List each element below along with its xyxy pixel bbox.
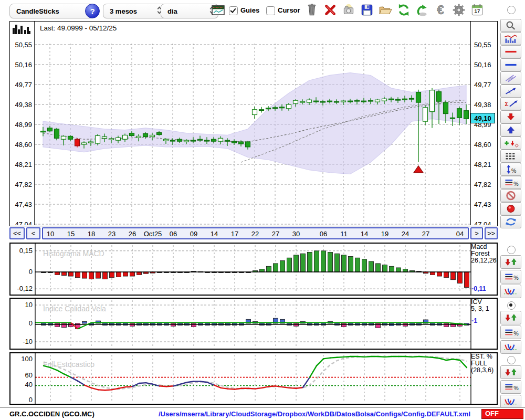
svg-text:100: 100: [21, 355, 33, 363]
status-bar: GR.C.OCCIDEN (GCO.MC) /Users/mserra/Libr…: [0, 407, 525, 420]
red-hline-tool-icon: [502, 47, 519, 57]
record-tool-button[interactable]: [500, 202, 521, 215]
period-select[interactable]: 3 mesos: [103, 4, 166, 18]
interval-select[interactable]: dia: [161, 4, 218, 18]
guies-label: Guies: [240, 6, 259, 14]
svg-text:50,16: 50,16: [15, 61, 32, 69]
settings-gear-icon[interactable]: [452, 3, 466, 17]
updown-icon: [502, 367, 519, 377]
svg-text:10: 10: [25, 301, 33, 309]
curves-icon: [502, 396, 519, 407]
nav-last-button[interactable]: >>: [485, 227, 498, 239]
icv-panel-radio[interactable]: [507, 301, 516, 310]
date-tick-label: 26: [129, 230, 136, 238]
curves-icon: [502, 286, 519, 297]
icv-scale-percent-button[interactable]: %: [500, 326, 521, 339]
red-down-arrow-tool-button[interactable]: [500, 110, 521, 123]
add-remove-signal-tool-icon: [502, 138, 519, 148]
svg-text:50,55: 50,55: [474, 41, 491, 49]
blue-hline-tool-button[interactable]: [500, 58, 521, 71]
macd-signals-button[interactable]: [500, 255, 521, 269]
main-chart-canvas[interactable]: 50,5550,5550,1650,1649,7749,7749,3849,38…: [10, 22, 497, 227]
nav-prev-button[interactable]: <: [26, 227, 40, 239]
macd-panel-radio[interactable]: [507, 246, 516, 254]
svg-text:47,43: 47,43: [15, 201, 32, 208]
trendline-tool-button[interactable]: [500, 85, 521, 98]
stoch-panel-radio[interactable]: [507, 356, 516, 364]
sync-icon[interactable]: [415, 3, 429, 17]
lines-percent-tool-button[interactable]: %: [500, 176, 521, 189]
help-label: ?: [90, 7, 94, 16]
toolbar-icons: €17: [304, 3, 485, 17]
mini-chart-icon[interactable]: [212, 5, 225, 18]
save-icon[interactable]: [360, 3, 374, 17]
nav-next-button[interactable]: >: [470, 227, 483, 239]
date-tick-label: 23: [108, 230, 116, 238]
stoch-scale-percent-button[interactable]: %: [500, 380, 521, 394]
help-button[interactable]: ?: [85, 4, 100, 18]
icv-signals-button[interactable]: [500, 311, 521, 324]
nav-first-button[interactable]: <<: [9, 227, 25, 239]
chart-application: CandleSticks ? 3 mesos dia Guies Cursor …: [0, 0, 525, 420]
svg-text:%: %: [513, 275, 519, 281]
chart-type-select[interactable]: CandleSticks: [9, 4, 94, 18]
stoch-signals-button[interactable]: [500, 365, 521, 379]
cursor-checkbox[interactable]: [266, 6, 275, 15]
lines-percent-tool-icon: %: [502, 177, 519, 187]
macd-panel: Histograma MACD0,150-0,12: [9, 243, 498, 296]
stoch-l3: (28,3,6): [471, 367, 494, 374]
macd-chart-canvas[interactable]: Histograma MACD0,150-0,12: [10, 244, 497, 297]
svg-text:0: 0: [29, 319, 33, 327]
blue-up-arrow-tool-button[interactable]: [500, 123, 521, 136]
updown-icon: [502, 312, 519, 323]
off-toggle-button[interactable]: OFF: [481, 409, 523, 419]
guies-checkbox[interactable]: [229, 6, 238, 15]
red-hline-tool-button[interactable]: [500, 45, 521, 58]
date-tick-label: 30: [292, 230, 300, 238]
svg-text:-10: -10: [23, 338, 33, 345]
channel-tool-button[interactable]: [500, 71, 521, 85]
forbid-tool-button[interactable]: [500, 189, 521, 202]
stochastic-chart-canvas[interactable]: Full Estocastico10060400: [10, 353, 497, 406]
euro-icon[interactable]: €: [433, 3, 448, 17]
icv-chart-canvas[interactable]: Indice Calidad Vela100-10: [10, 299, 497, 351]
svg-text:48,60: 48,60: [15, 141, 32, 149]
interval-value: dia: [167, 7, 177, 15]
config-path-link[interactable]: /Users/mserra/Library/CloudStorage/Dropb…: [159, 410, 470, 418]
svg-text:50,16: 50,16: [474, 61, 491, 69]
refresh-icon[interactable]: [396, 3, 411, 17]
calendar-icon[interactable]: 17: [470, 3, 485, 17]
trendline-tool-icon: [502, 86, 519, 96]
macd-curves-style-button[interactable]: [500, 285, 521, 298]
forbid-tool-icon: [502, 191, 519, 201]
add-remove-signal-tool-button[interactable]: [500, 136, 521, 150]
zoom-tool-button[interactable]: [500, 19, 521, 32]
open-folder-icon[interactable]: [378, 3, 393, 17]
vertical-percent-tool-button[interactable]: %: [500, 163, 521, 176]
svg-text:48,60: 48,60: [474, 141, 491, 149]
date-tick-label: 14: [211, 230, 218, 238]
date-axis-track[interactable]: 1015182326Oct250609141722273006111419242…: [42, 227, 469, 239]
svg-text:47,04: 47,04: [474, 220, 491, 226]
date-tick-label: 15: [67, 230, 75, 238]
svg-text:50,55: 50,55: [15, 41, 32, 49]
snapshot-icon[interactable]: [341, 3, 356, 17]
sync-blue-tool-icon: [502, 217, 519, 227]
svg-text:49,77: 49,77: [474, 81, 491, 89]
red-down-arrow-tool-icon: [502, 112, 519, 122]
main-chart-radio[interactable]: [507, 6, 516, 14]
svg-text:%: %: [513, 385, 519, 391]
delete-red-x-icon[interactable]: [323, 3, 338, 17]
dashed-levels-tool-button[interactable]: [500, 150, 521, 163]
trash-icon[interactable]: [304, 3, 319, 17]
date-tick-label: 11: [340, 230, 348, 238]
icv-curves-style-button[interactable]: [500, 340, 521, 354]
volume-panel-button[interactable]: [500, 32, 521, 45]
svg-text:0: 0: [29, 268, 33, 276]
sync-blue-tool-button[interactable]: [500, 215, 521, 228]
svg-text:%: %: [511, 167, 516, 174]
macd-scale-percent-button[interactable]: %: [500, 270, 521, 284]
main-chart-panel: 50,5550,5550,1650,1649,7749,7749,3849,38…: [9, 21, 498, 226]
sigma-trendline-tool-button[interactable]: Σ: [500, 97, 521, 110]
svg-text:0: 0: [29, 396, 33, 404]
